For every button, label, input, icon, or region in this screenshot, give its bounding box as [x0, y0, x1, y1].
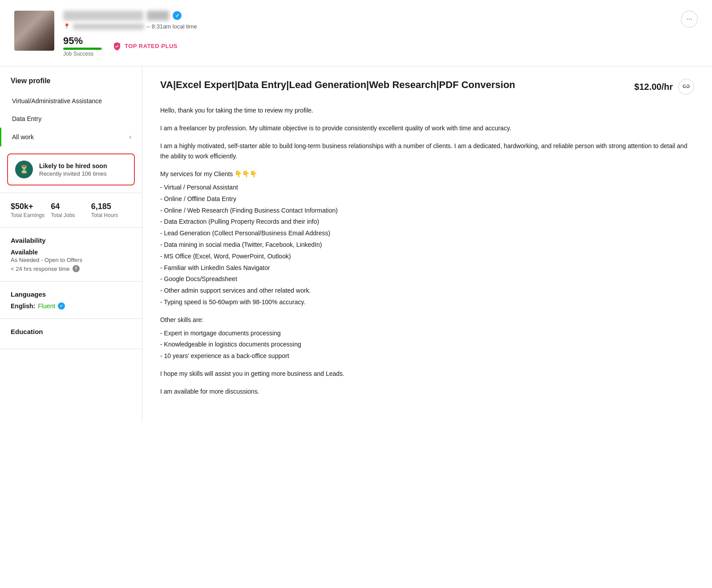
hourglass-emoji: ⏳ — [19, 165, 29, 174]
main-content: VA|Excel Expert|Data Entry|Lead Generati… — [142, 66, 712, 422]
bio-para-3: I am a highly motivated, self-starter ab… — [160, 141, 694, 162]
likely-title: Likely to be hired soon — [39, 162, 107, 169]
list-item: - Google Docs/Spreadsheet — [160, 274, 694, 285]
hourglass-icon: ⏳ — [15, 161, 33, 178]
name-blurred-small — [147, 11, 169, 20]
education-title: Education — [11, 328, 131, 335]
bio-services-title: My services for my Clients 👇👇👇 — [160, 169, 694, 180]
sidebar-item-label-virtual: Virtual/Administrative Assistance — [12, 97, 102, 105]
bio-closing-2: I am available for more discussions. — [160, 387, 694, 397]
stat-jobs-label: Total Jobs — [51, 212, 91, 218]
name-blurred — [63, 11, 143, 20]
profile-header: ✓ 📍 – 8:31am local time 95% Job Success — [0, 0, 712, 66]
location-pin-icon: 📍 — [63, 23, 70, 30]
lang-verified-icon: ✓ — [58, 302, 65, 310]
sidebar-item-virtual[interactable]: Virtual/Administrative Assistance — [0, 92, 142, 110]
list-item: - Knowledgeable in logistics documents p… — [160, 339, 694, 350]
list-item: - 10 years' experience as a back-office … — [160, 351, 694, 362]
job-success-label: Job Success — [63, 51, 103, 57]
progress-bar-fill — [63, 48, 101, 50]
profile-title-row: VA|Excel Expert|Data Entry|Lead Generati… — [160, 79, 694, 95]
list-item: - Virtual / Personal Assistant — [160, 182, 694, 193]
stat-hours-label: Total Hours — [91, 212, 131, 218]
link-button[interactable] — [678, 79, 694, 95]
stat-hours: 6,185 Total Hours — [91, 202, 131, 218]
list-item: - Expert in mortgage documents processin… — [160, 328, 694, 339]
more-options-button[interactable]: ··· — [681, 11, 698, 28]
job-success-block: 95% Job Success — [63, 35, 103, 57]
bio-closing-1: I hope my skills will assist you in gett… — [160, 369, 694, 379]
stat-jobs: 64 Total Jobs — [51, 202, 91, 218]
stat-hours-value: 6,185 — [91, 202, 131, 211]
list-item: - Data mining in social media (Twitter, … — [160, 240, 694, 250]
shield-icon — [112, 41, 122, 51]
job-success-pct: 95% — [63, 35, 103, 47]
stat-earnings-label: Total Earnings — [11, 212, 51, 218]
stat-earnings: $50k+ Total Earnings — [11, 202, 51, 218]
availability-section: Availability Available As Needed - Open … — [0, 228, 142, 282]
list-item: - Lead Generation (Collect Personal/Busi… — [160, 228, 694, 239]
likely-hired-box[interactable]: ⏳ Likely to be hired soon Recently invit… — [7, 153, 135, 185]
bio-other-title: Other skills are: — [160, 315, 694, 326]
bio-section: Hello, thank you for taking the time to … — [160, 105, 694, 397]
likely-subtitle: Recently invited 106 times — [39, 170, 107, 177]
language-row: English: Fluent ✓ — [11, 302, 131, 310]
stat-jobs-value: 64 — [51, 202, 91, 211]
location-row: 📍 – 8:31am local time — [63, 23, 197, 30]
chevron-right-icon: › — [129, 133, 131, 141]
top-rated-badge: TOP RATED PLUS — [112, 41, 178, 51]
list-item: - Typing speed is 50-60wpm with 98-100% … — [160, 297, 694, 308]
sidebar-item-data-entry[interactable]: Data Entry — [0, 110, 142, 128]
stat-earnings-value: $50k+ — [11, 202, 51, 211]
bio-para-1: Hello, thank you for taking the time to … — [160, 105, 694, 116]
main-layout: View profile Virtual/Administrative Assi… — [0, 66, 712, 422]
top-rated-text: TOP RATED PLUS — [125, 43, 178, 49]
sidebar-item-label-data-entry: Data Entry — [12, 115, 41, 122]
lang-level: Fluent — [38, 302, 55, 310]
bio-para-2: I am a freelancer by profession. My ulti… — [160, 123, 694, 134]
languages-title: Languages — [11, 290, 131, 298]
location-blurred — [73, 24, 144, 30]
availability-status: Available — [11, 249, 131, 256]
progress-bar — [63, 48, 103, 50]
sidebar-item-all-work[interactable]: All work › — [0, 128, 142, 146]
sidebar-title: View profile — [0, 77, 142, 92]
job-success-row: 95% Job Success TOP RATED PLUS — [63, 35, 197, 57]
header-left: ✓ 📍 – 8:31am local time 95% Job Success — [14, 11, 197, 57]
sidebar-item-label-all-work: All work — [12, 133, 34, 141]
list-item: - Other admin support services and other… — [160, 286, 694, 296]
profile-title: VA|Excel Expert|Data Entry|Lead Generati… — [160, 79, 625, 92]
education-section: Education — [0, 319, 142, 349]
help-icon[interactable]: ? — [73, 265, 80, 272]
languages-section: Languages English: Fluent ✓ — [0, 282, 142, 319]
lang-name: English: — [11, 302, 35, 310]
link-icon — [683, 83, 690, 90]
bio-other-list: - Expert in mortgage documents processin… — [160, 328, 694, 362]
list-item: - Online / Offline Data Entry — [160, 194, 694, 205]
list-item: - Familiar with LinkedIn Sales Navigator — [160, 263, 694, 274]
availability-detail: As Needed - Open to Offers — [11, 257, 131, 263]
local-time: – 8:31am local time — [147, 23, 197, 30]
sidebar: View profile Virtual/Administrative Assi… — [0, 66, 142, 422]
name-row: ✓ — [63, 11, 197, 20]
rate-row: $12.00/hr — [634, 79, 694, 95]
response-row: < 24 hrs response time ? — [11, 265, 131, 272]
list-item: - Online / Web Research (Finding Busines… — [160, 205, 694, 216]
list-item: - MS Office (Excel, Word, PowerPoint, Ou… — [160, 251, 694, 262]
list-item: - Data Extraction (Pulling Property Reco… — [160, 217, 694, 227]
response-time: < 24 hrs response time — [11, 266, 70, 272]
avatar — [14, 11, 54, 51]
header-info: ✓ 📍 – 8:31am local time 95% Job Success — [63, 11, 197, 57]
likely-text-block: Likely to be hired soon Recently invited… — [39, 162, 107, 177]
verified-icon: ✓ — [173, 11, 182, 20]
rate-value: $12.00/hr — [634, 82, 673, 92]
stats-row: $50k+ Total Earnings 64 Total Jobs 6,185… — [0, 193, 142, 228]
bio-services-list: - Virtual / Personal Assistant - Online … — [160, 182, 694, 308]
availability-title: Availability — [11, 237, 131, 244]
